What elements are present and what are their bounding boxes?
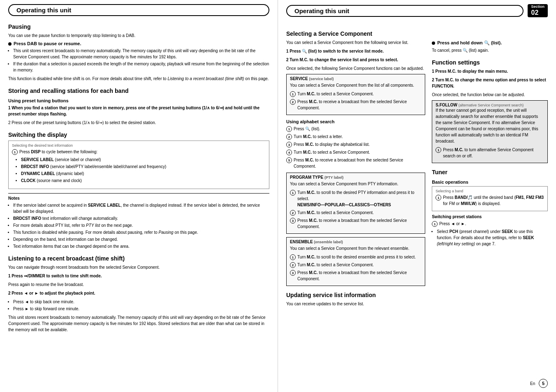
- updating-cancel: To cancel, press 🔍 (list) again.: [432, 47, 548, 53]
- func-step2: 2 Turn M.C. to change the menu option an…: [432, 77, 548, 89]
- selecting-service-intro: You can select a Service Component from …: [286, 39, 425, 46]
- listening-intro: You can navigate through recent broadcas…: [8, 264, 269, 270]
- service-box: SERVICE (service label) You can select a…: [286, 74, 425, 115]
- tuner-band-step1: 1 Press BAND/🎵 until the desired band (F…: [436, 194, 544, 207]
- storing-heading: Storing and recalling stations for each …: [8, 88, 269, 94]
- bullet-icon: [8, 42, 12, 46]
- pausing-bullet-2: If the duration that a selection is paus…: [13, 61, 269, 73]
- tuner-subheading: Basic operations: [432, 180, 548, 184]
- right-banner-title: Operating this unit: [294, 7, 349, 14]
- listening-step2: 2 Press ◄ or ► to adjust the playback po…: [8, 290, 269, 296]
- footer-page: 5: [539, 379, 548, 388]
- pausing-bullet-1: This unit stores recent broadcasts to me…: [13, 48, 269, 60]
- updating-bullet: Press and hold down 🔍 (list).: [432, 40, 548, 46]
- pausing-bullet-text: Press DAB to pause or resume.: [14, 41, 81, 46]
- section-num: 02: [531, 9, 544, 16]
- note-1: If the service label cannot be acquired …: [13, 202, 269, 214]
- tuner-switching-bullet: Select PCH (preset channel) under SEEK t…: [437, 228, 548, 247]
- note-4: This function is disabled while pausing.…: [13, 229, 269, 235]
- note-6: Text information items that can be chang…: [13, 243, 269, 249]
- section-label: Section: [531, 5, 544, 9]
- switching-box: Selecting the desired text information 1…: [8, 141, 269, 189]
- tuner-band-box: Selecting a band 1 Press BAND/🎵 until th…: [432, 186, 548, 211]
- note-5: Depending on the band, text information …: [13, 236, 269, 242]
- right-content: Selecting a Service Component You can se…: [286, 25, 548, 309]
- listening-step2-bullet-1: Press ◄ to skip back one minute.: [13, 299, 269, 305]
- left-banner-title: Operating this unit: [16, 7, 71, 14]
- note-3: For more details about PTY list, refer t…: [13, 222, 269, 228]
- alpha-step5: 5 Press M.C. to receive a broadcast from…: [286, 157, 425, 169]
- right-column: Operating this unit Section 02 English S…: [278, 0, 556, 392]
- switching-step1: 1 Press DISP to cycle between the follow…: [12, 149, 266, 155]
- listening-step2-bullet-2: Press ► to skip forward one minute.: [13, 306, 269, 312]
- program-type-intro: You can select a Service Component from …: [290, 181, 422, 187]
- ptype-step3: 3 Press M.C. to receive a broadcast from…: [290, 217, 422, 230]
- updating-intro: You can receive updates to the service l…: [286, 301, 425, 307]
- listening-step1: 1 Press ⇒/DIMMER to switch to time shift…: [8, 273, 269, 279]
- switching-item-1: SERVICE LABEL (service label or channel): [21, 157, 266, 163]
- ptype-step2: 2 Turn M.C. to select a Service Componen…: [290, 210, 422, 216]
- service-step1: 1 Turn M.C. to select a Service Componen…: [290, 91, 422, 97]
- selecting-step2: 2 Turn M.C. to change the service list a…: [286, 57, 425, 63]
- left-column: Operating this unit Pausing You can use …: [0, 0, 278, 392]
- left-banner: Operating this unit: [8, 4, 269, 16]
- notes-title: Notes: [8, 196, 269, 201]
- selecting-service-heading: Selecting a Service Component: [286, 30, 425, 37]
- notes-box: Notes If the service label cannot be acq…: [8, 193, 269, 249]
- pausing-intro: You can use the pause function to tempor…: [8, 32, 269, 39]
- page-footer: En 5: [530, 379, 548, 388]
- ptype-step1: 1 Turn M.C. to scroll to the desired PTY…: [290, 189, 422, 208]
- ensemble-title: ENSEMBLE (ensemble label): [290, 240, 422, 244]
- service-box-title: SERVICE (service label): [290, 76, 422, 81]
- ensemble-intro: You can select a Service Component from …: [290, 245, 422, 251]
- func-step1: 1 Press M.C. to display the main menu.: [432, 68, 548, 74]
- tuner-switching-title: Switching preset stations: [432, 214, 548, 219]
- switching-box-title: Selecting the desired text information: [12, 143, 266, 148]
- pausing-footer: This function is disabled while time shi…: [8, 76, 269, 82]
- sfollow-step1: 1 Press M.C. to turn alternative Service…: [436, 147, 544, 159]
- switching-list: SERVICE LABEL (service label or channel)…: [21, 157, 266, 184]
- selecting-step2-note: Once selected, the following Service Com…: [286, 65, 425, 71]
- pausing-heading: Pausing: [8, 23, 269, 30]
- tuner-switching-bullets: Select PCH (preset channel) under SEEK t…: [437, 228, 548, 247]
- right-left-part: Selecting a Service Component You can se…: [286, 25, 425, 309]
- updating-bullet-icon: [432, 42, 435, 45]
- footer-en: En: [530, 381, 535, 386]
- section-number-box: Section 02: [528, 4, 548, 17]
- storing-sub: Using preset tuning buttons: [8, 98, 269, 103]
- storing-step1: 1 When you find a station that you want …: [8, 105, 269, 117]
- switching-item-2: BRDCST INFO (service label/PTY label/ens…: [21, 164, 266, 170]
- note-2: BRDCST INFO text information will change…: [13, 215, 269, 221]
- ensemble-box: ENSEMBLE (ensemble label) You can select…: [286, 237, 425, 286]
- right-banner: Operating this unit Section 02: [286, 4, 548, 17]
- pausing-bullet: Press DAB to pause or resume.: [8, 41, 269, 46]
- right-right-part: Press and hold down 🔍 (list). To cancel,…: [432, 25, 548, 309]
- tuner-switching-step1: 1 Press ◄ or ►.: [432, 221, 548, 227]
- sfollow-title: S.FOLLOW (alternative Service Component …: [436, 103, 544, 107]
- updating-heading: Updating service list information: [286, 292, 425, 298]
- service-box-intro: You can select a Service Component from …: [290, 82, 422, 88]
- listening-heading: Listening to a recent broadcast (time sh…: [8, 255, 269, 262]
- notes-list: If the service label cannot be acquired …: [13, 202, 269, 249]
- alpha-step3: 3 Press M.C. to display the alphabetical…: [286, 141, 425, 148]
- pausing-bullets: This unit stores recent broadcasts to me…: [13, 48, 269, 73]
- ensemble-step2: 2 Turn M.C. to select a Service Componen…: [290, 262, 422, 268]
- service-step2: 2 Press M.C. to receive a broadcast from…: [290, 99, 422, 111]
- tuner-heading: Tuner: [432, 169, 548, 175]
- tuner-band-title: Selecting a band: [436, 189, 544, 193]
- program-type-box: PROGRAM TYPE (PTY label) You can select …: [286, 173, 425, 234]
- function-settings-heading: Function settings: [432, 59, 548, 66]
- alpha-step4: 4 Turn M.C. to select a Service Componen…: [286, 149, 425, 155]
- listening-step2-bullets: Press ◄ to skip back one minute. Press ►…: [13, 299, 269, 312]
- ensemble-step1: 1 Turn M.C. to scroll to the desired ens…: [290, 254, 422, 260]
- func-step2-note: Once selected, the function below can be…: [432, 92, 548, 98]
- switching-item-3: DYNAMIC LABEL (dynamic label): [21, 171, 266, 177]
- alpha-step1: 1 Press 🔍 (list).: [286, 126, 425, 132]
- listening-step2-note: This unit stores recent broadcasts to me…: [8, 314, 269, 333]
- alphabet-heading: Using alphabet search: [286, 119, 425, 124]
- sfollow-desc: If the tuner cannot get good reception, …: [436, 107, 544, 144]
- program-type-title: PROGRAM TYPE (PTY label): [290, 175, 422, 180]
- alpha-step2: 2 Turn M.C. to select a letter.: [286, 134, 425, 140]
- selecting-step1: 1 Press 🔍 (list) to switch to the servic…: [286, 48, 425, 54]
- switching-item-4: CLOCK (source name and clock): [21, 178, 266, 184]
